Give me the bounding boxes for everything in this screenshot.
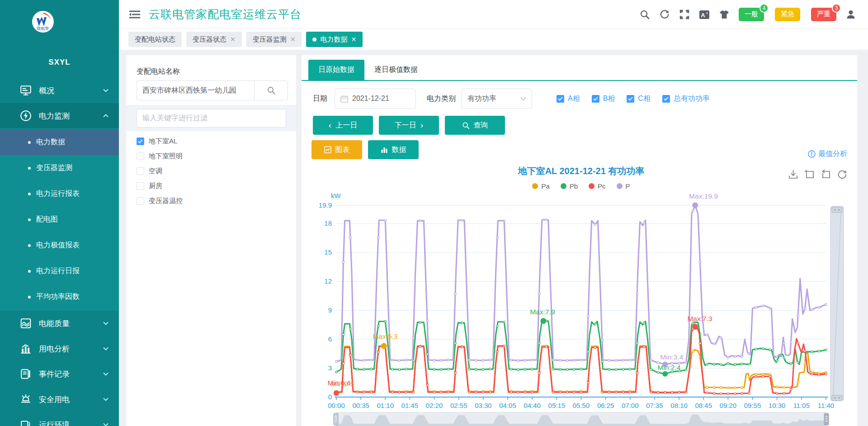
translate-icon[interactable]: Az — [699, 9, 710, 20]
zoom-select-icon[interactable] — [804, 169, 815, 180]
circuit-node-厨房[interactable]: 厨房 — [137, 179, 286, 194]
sidebar-item-用电分析[interactable]: 用电分析 — [0, 336, 119, 361]
station-name-label: 变配电站名称 — [137, 67, 180, 76]
circuit-tree: 地下室AL地下室照明空调厨房变压器温控 — [137, 134, 286, 208]
sidebar-subitem-电力运行日报[interactable]: 电力运行日报 — [0, 258, 119, 284]
checkbox[interactable] — [137, 137, 144, 145]
svg-text:Min:2.4: Min:2.4 — [658, 364, 681, 371]
user-icon[interactable] — [845, 9, 856, 20]
sidebar-subitem-变压器监测[interactable]: 变压器监测 — [0, 155, 119, 181]
header-actions: Az 一般4紧急严重3 — [639, 8, 868, 21]
query-button[interactable]: 查询 — [445, 116, 505, 135]
restore-icon[interactable] — [837, 169, 847, 180]
badge-label: 一般 — [745, 10, 758, 19]
category-value: 有功功率 — [467, 94, 496, 104]
phase-checkbox-A相[interactable]: A相 — [557, 94, 580, 104]
data-view-button[interactable]: 数据 — [368, 140, 419, 159]
datazoom-handle[interactable] — [832, 395, 842, 401]
power-category-select[interactable]: 有功功率 — [462, 89, 532, 109]
sidebar-item-事件记录[interactable]: 事件记录 — [0, 361, 119, 387]
datazoom-handle[interactable] — [334, 413, 338, 425]
checkbox[interactable] — [137, 152, 144, 160]
search-icon[interactable] — [639, 9, 650, 20]
legend-label: Pa — [541, 182, 549, 190]
sidebar-subitem-电力数据[interactable]: 电力数据 — [0, 129, 119, 155]
sidebar-item-电力监测[interactable]: 电力监测 — [0, 103, 119, 128]
checkbox[interactable] — [592, 95, 599, 103]
sidebar-item-概况[interactable]: 概况 — [0, 78, 119, 103]
save-image-icon[interactable] — [788, 169, 798, 180]
sidebar-item-安全用电[interactable]: 安全用电 — [0, 387, 119, 412]
checkbox[interactable] — [627, 95, 634, 103]
sidebar-subitem-电力运行报表[interactable]: 电力运行报表 — [0, 181, 119, 207]
circuit-node-变压器温控[interactable]: 变压器温控 — [137, 194, 286, 208]
next-day-button[interactable]: 下一日› — [379, 116, 439, 135]
circuit-node-地下室AL[interactable]: 地下室AL — [137, 134, 286, 149]
prev-day-button[interactable]: ‹上一日 — [313, 116, 373, 135]
zoom-reset-icon[interactable] — [821, 169, 831, 180]
check-icon — [558, 97, 563, 101]
keyword-filter-input[interactable] — [137, 109, 286, 128]
datazoom-handle[interactable] — [832, 207, 842, 213]
badge-label: 紧急 — [781, 10, 794, 19]
sidebar-item-运行环境[interactable]: 运行环境 — [0, 412, 119, 426]
close-tab-icon[interactable]: ✕ — [290, 36, 296, 43]
collapse-menu-icon[interactable] — [129, 9, 141, 19]
legend-item-Pa[interactable]: Pa — [532, 182, 549, 190]
page-tab-电力数据[interactable]: 电力数据✕ — [306, 32, 363, 47]
sidebar-subitem-label: 电力极值报表 — [36, 241, 80, 250]
phase-checkbox-总有功功率[interactable]: 总有功功率 — [662, 94, 710, 104]
chevron-down-icon — [103, 371, 109, 377]
circuit-node-label: 地下室照明 — [149, 152, 183, 161]
view-switch-buttons: 图表 数据 — [311, 140, 419, 159]
alarm-badge-一般[interactable]: 一般4 — [739, 8, 764, 21]
app-logo[interactable]: 联电管 — [32, 11, 54, 33]
legend-item-Pc[interactable]: Pc — [589, 182, 606, 190]
station-search-button[interactable] — [254, 80, 288, 100]
data-tab-逐日极值数据[interactable]: 逐日极值数据 — [364, 60, 428, 80]
legend-dot-icon — [561, 183, 566, 189]
circuit-node-地下室照明[interactable]: 地下室照明 — [137, 149, 286, 164]
svg-text:Min:3.4: Min:3.4 — [660, 353, 684, 361]
alarm-badge-紧急[interactable]: 紧急 — [775, 8, 800, 21]
theme-icon[interactable] — [719, 9, 730, 20]
check-icon — [628, 97, 633, 101]
datazoom-handle[interactable] — [824, 413, 829, 425]
datazoom-slider-vertical[interactable] — [830, 206, 844, 401]
page-tab-变配电站状态[interactable]: 变配电站状态 — [128, 32, 182, 47]
sidebar-subitem-配电图[interactable]: 配电图 — [0, 207, 119, 232]
datazoom-slider-horizontal[interactable] — [334, 412, 829, 426]
legend-item-P[interactable]: P — [617, 182, 630, 190]
chart-view-button[interactable]: 图表 — [311, 140, 362, 159]
station-name-input[interactable] — [137, 80, 254, 100]
sidebar-subitem-label: 平均功率因数 — [36, 292, 80, 302]
sidebar-subitem-平均功率因数[interactable]: 平均功率因数 — [0, 284, 119, 310]
fullscreen-icon[interactable] — [679, 9, 690, 20]
svg-text:Max:7.3: Max:7.3 — [687, 315, 712, 322]
series-P — [335, 205, 827, 365]
legend-dot-icon — [589, 183, 594, 189]
dashboard-icon — [20, 85, 32, 96]
close-tab-icon[interactable]: ✕ — [351, 36, 356, 43]
sidebar-subitem-电力极值报表[interactable]: 电力极值报表 — [0, 232, 119, 258]
circuit-node-空调[interactable]: 空调 — [137, 164, 286, 179]
checkbox[interactable] — [137, 182, 144, 190]
phase-checkbox-B相[interactable]: B相 — [592, 94, 615, 104]
checkbox[interactable] — [557, 95, 564, 103]
sidebar-item-电能质量[interactable]: 电能质量 — [0, 311, 119, 336]
close-tab-icon[interactable]: ✕ — [230, 36, 236, 43]
checkbox[interactable] — [662, 95, 670, 103]
date-picker[interactable]: 2021-12-21 — [335, 89, 416, 109]
page-tab-变压器监测[interactable]: 变压器监测✕ — [246, 32, 302, 47]
legend-item-Pb[interactable]: Pb — [561, 182, 578, 190]
checkbox[interactable] — [137, 197, 144, 205]
data-tab-日原始数据[interactable]: 日原始数据 — [308, 60, 364, 80]
phase-checkbox-C相[interactable]: C相 — [627, 94, 651, 104]
alarm-badge-严重[interactable]: 严重3 — [811, 8, 836, 21]
page-tab-变压器状态[interactable]: 变压器状态✕ — [186, 32, 242, 47]
refresh-icon[interactable] — [659, 9, 670, 20]
extreme-analysis-link[interactable]: 最值分析 — [808, 149, 847, 159]
checkbox[interactable] — [137, 167, 144, 175]
platform-title: 云联电管家配电室运维云平台 — [149, 7, 302, 22]
badge-count: 4 — [760, 4, 769, 13]
